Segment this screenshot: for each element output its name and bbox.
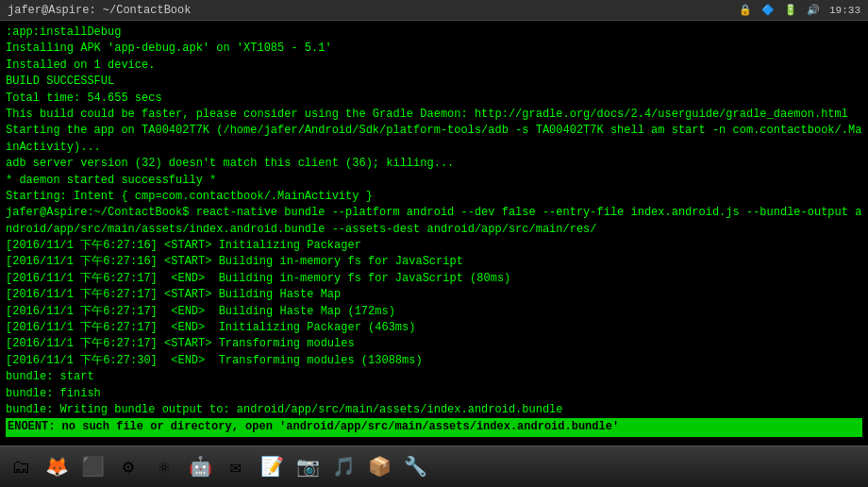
titlebar-right: 🔒 🔷 🔋 🔊 19:33 — [739, 4, 860, 16]
titlebar-title: jafer@Aspire: ~/ContactBook — [8, 4, 191, 17]
terminal-line: Installing APK 'app-debug.apk' on 'XT108… — [6, 41, 862, 57]
terminal-line: bundle: Writing bundle output to: androi… — [6, 402, 862, 418]
volume-icon: 🔊 — [807, 4, 820, 16]
terminal-line: [2016/11/1 下午6:27:17] <END> Building Has… — [6, 304, 862, 320]
terminal-line: [2016/11/1 下午6:27:17] <START> Transformi… — [6, 336, 862, 352]
terminal-line: BUILD SUCCESSFUL — [6, 74, 862, 90]
terminal-line: Installed on 1 device. — [6, 58, 862, 74]
files-icon[interactable]: 🗂 — [4, 450, 38, 484]
terminal-line: * daemon started successfully * — [6, 173, 862, 189]
titlebar: jafer@Aspire: ~/ContactBook 🔒 🔷 🔋 🔊 19:3… — [0, 0, 868, 21]
atom-icon[interactable]: ⚛ — [147, 450, 181, 484]
terminal-line: bundle: start — [6, 369, 862, 385]
terminal-line: [2016/11/1 下午6:27:16] <START> Initializi… — [6, 238, 862, 254]
battery-icon: 🔋 — [784, 4, 797, 16]
terminal[interactable]: :app:installDebugInstalling APK 'app-deb… — [0, 21, 868, 445]
firefox-icon[interactable]: 🦊 — [40, 450, 74, 484]
taskbar: 🗂🦊⬛⚙⚛🤖✉📝📷🎵📦🔧 — [0, 445, 868, 487]
terminal-line: [2016/11/1 下午6:27:17] <END> Initializing… — [6, 320, 862, 336]
terminal-line: Total time: 54.655 secs — [6, 91, 862, 107]
terminal-line: ENOENT: no such file or directory, open … — [6, 418, 862, 436]
terminal-line: [2016/11/1 下午6:27:17] <END> Building in-… — [6, 271, 862, 287]
terminal-line: :app:installDebug — [6, 25, 862, 41]
terminal-line: adb server version (32) doesn't match th… — [6, 156, 862, 172]
app1-icon[interactable]: 📦 — [362, 450, 396, 484]
bluetooth-icon: 🔷 — [761, 4, 775, 16]
settings-icon[interactable]: ⚙ — [111, 450, 145, 484]
terminal-line: Starting: Intent { cmp=com.contactbook/.… — [6, 189, 862, 205]
terminal-line: This build could be faster, please consi… — [6, 107, 862, 123]
terminal-line: jafer@Aspire:~/ContactBook$ react-native… — [6, 205, 862, 238]
camera-icon[interactable]: 📷 — [291, 450, 325, 484]
terminal-line: Starting the app on TA00402T7K (/home/ja… — [6, 123, 862, 156]
music-icon[interactable]: 🎵 — [326, 450, 360, 484]
network-status-icon: 🔒 — [739, 4, 752, 16]
terminal-icon[interactable]: ⬛ — [75, 450, 109, 484]
terminal-line: [2016/11/1 下午6:27:16] <START> Building i… — [6, 254, 862, 270]
clock: 19:33 — [829, 5, 860, 16]
mail-icon[interactable]: ✉ — [219, 450, 253, 484]
app2-icon[interactable]: 🔧 — [398, 450, 432, 484]
android-icon[interactable]: 🤖 — [183, 450, 217, 484]
terminal-line: [2016/11/1 下午6:27:30] <END> Transforming… — [6, 353, 862, 369]
terminal-line: [2016/11/1 下午6:27:17] <START> Building H… — [6, 287, 862, 303]
notes-icon[interactable]: 📝 — [255, 450, 289, 484]
terminal-line: bundle: finish — [6, 386, 862, 402]
